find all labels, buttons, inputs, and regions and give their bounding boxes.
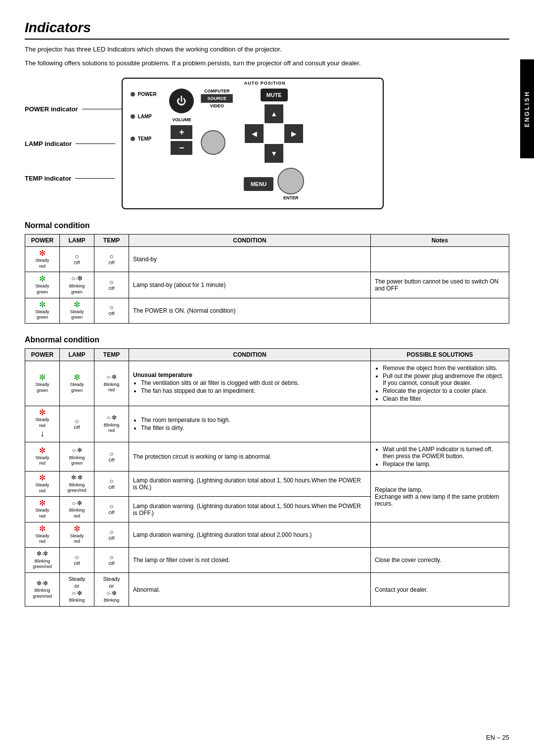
normal-r2-temp: ○ Off <box>94 272 129 298</box>
normal-header-condition: CONDITION <box>129 235 371 247</box>
ab-r3-lamp: ○·✼ Blinkinggreen <box>60 442 94 471</box>
abnormal-header-power: POWER <box>25 349 60 361</box>
projector-diagram: POWER indicator LAMP indicator TEMP indi… <box>25 78 509 209</box>
power-led-label: POWER <box>138 92 157 97</box>
ab-r5-power: ✼ Steadyred <box>25 497 60 522</box>
ab-r8-condition: Abnormal. <box>129 573 371 607</box>
abnormal-row-6: ✼ Steadyred ✼ Steadyred ○ Off Lamp durat… <box>25 522 509 547</box>
up-arrow-button[interactable]: ▲ <box>265 104 283 123</box>
enter-button[interactable] <box>277 168 304 194</box>
projector-panel: AUTO POSITION POWER LAMP TEMP <box>122 78 384 209</box>
abnormal-header-lamp: LAMP <box>60 349 94 361</box>
ab-r3-power: ✼ Steadyred <box>25 442 60 471</box>
intro-line2: The following offers solutions to possib… <box>25 58 509 68</box>
abnormal-header-condition: CONDITION <box>129 349 371 361</box>
temp-led-row: TEMP <box>131 136 157 142</box>
enter-label: ENTER <box>283 195 299 200</box>
ab-r8-solutions: Contact your dealer. <box>371 573 509 607</box>
ab-r2-condition: The room temperature is too high. The fi… <box>129 406 371 442</box>
temp-indicator-label: TEMP indicator <box>25 175 122 182</box>
source-button[interactable]: SOURCE <box>201 94 233 103</box>
left-arrow-button[interactable]: ◀ <box>245 124 264 143</box>
ab-r8-lamp: Steadyor ○·✼ Blinking <box>60 573 94 607</box>
normal-header-lamp: LAMP <box>60 235 94 247</box>
arrow-pad-center <box>265 124 283 143</box>
english-sidebar: ENGLISH <box>520 59 534 158</box>
normal-r1-power: ✼ Steadyred <box>25 247 60 272</box>
down-arrow-button[interactable]: ▼ <box>265 144 283 163</box>
ab-r4-condition: Lamp duration warning. (Lightning durati… <box>129 471 371 496</box>
temp-led-label: TEMP <box>138 136 152 142</box>
normal-r2-power: ✼ Steadygreen <box>25 272 60 298</box>
abnormal-condition-heading: Abnormal condition <box>25 335 509 344</box>
lamp-led-row: LAMP <box>131 114 157 119</box>
plus-button[interactable]: + <box>171 125 192 139</box>
normal-row-1: ✼ Steadyred ○ Off ○ Off Stand-by <box>25 247 509 272</box>
ab-r3-solutions: Wait until the LAMP indicator is turned … <box>371 442 509 471</box>
lamp-led-dot <box>131 114 135 119</box>
power-button[interactable]: ⏻ <box>169 89 194 113</box>
normal-r3-power: ✼ Steadygreen <box>25 298 60 323</box>
ab-r6-solutions <box>371 522 509 547</box>
ab-r7-temp: ○ Off <box>94 548 129 573</box>
lamp-led-label: LAMP <box>138 114 152 119</box>
normal-r3-temp: ○ Off <box>94 298 129 323</box>
normal-r2-notes: The power button cannot be used to switc… <box>371 272 509 298</box>
ab-r3-condition: The protection circuit is working or lam… <box>129 442 371 471</box>
normal-condition-heading: Normal condition <box>25 221 509 230</box>
ab-r1-power: ✼ Steadygreen <box>25 361 60 406</box>
minus-button[interactable]: − <box>171 141 192 155</box>
normal-r1-notes <box>371 247 509 272</box>
normal-header-temp: TEMP <box>94 235 129 247</box>
auto-position-text: AUTO POSITION <box>244 81 286 86</box>
ab-r7-power: ✼·✼ Blinkinggreen/red <box>25 548 60 573</box>
mute-button[interactable]: MUTE <box>261 89 288 101</box>
ab-r2-power: ✼ Steadyred ↓ <box>25 406 60 442</box>
arrow-pad-empty-br <box>284 144 303 163</box>
ab-r4-lamp: ✼·✼ Blinkinggreen/red <box>60 471 94 496</box>
ab-r5-lamp: ○·✼ Blinkingred <box>60 497 94 522</box>
page-number: EN – 25 <box>486 734 509 741</box>
menu-button[interactable]: MENU <box>244 177 273 191</box>
volume-label: VOLUME <box>172 117 191 122</box>
ab-r7-lamp: ○ Off <box>60 548 94 573</box>
normal-r3-lamp: ✼ Steadygreen <box>60 298 94 323</box>
abnormal-row-3: ✼ Steadyred ○·✼ Blinkinggreen ○ Off The … <box>25 442 509 471</box>
indicator-labels: POWER indicator LAMP indicator TEMP indi… <box>25 94 122 193</box>
arrow-pad-empty-tl <box>245 104 264 123</box>
lamp-indicator-label: LAMP indicator <box>25 140 122 147</box>
ab-r4-power: ✼ Steadyred <box>25 471 60 496</box>
ab-r7-solutions: Close the cover correctly. <box>371 548 509 573</box>
abnormal-row-4: ✼ Steadyred ✼·✼ Blinkinggreen/red ○ Off … <box>25 471 509 496</box>
panel-indicators: POWER LAMP TEMP <box>131 89 157 142</box>
ab-r6-lamp: ✼ Steadyred <box>60 522 94 547</box>
ab-r5-temp: ○ Off <box>94 497 129 522</box>
power-pm-col: ⏻ VOLUME + − <box>169 89 194 155</box>
ab-r1-solutions: Remove the object from the ventilation s… <box>371 361 509 406</box>
abnormal-header-solutions: POSSIBLE SOLUTIONS <box>371 349 509 361</box>
ab-r4-temp: ○ Off <box>94 471 129 496</box>
ab-r7-condition: The lamp or filter cover is not closed. <box>129 548 371 573</box>
ab-r3-temp: ○ Off <box>94 442 129 471</box>
normal-row-2: ✼ Steadygreen ○·✼ Blinkinggreen ○ Off La… <box>25 272 509 298</box>
arrow-pad: ▲ ◀ ▶ ▼ <box>245 104 303 163</box>
source-col: COMPUTER SOURCE VIDEO <box>201 89 233 155</box>
normal-header-power: POWER <box>25 235 60 247</box>
english-label: ENGLISH <box>524 91 531 127</box>
ab-r4-solutions: Replace the lamp. Exchange with a new la… <box>371 471 509 522</box>
abnormal-condition-table: POWER LAMP TEMP CONDITION POSSIBLE SOLUT… <box>25 348 509 607</box>
right-arrow-button[interactable]: ▶ <box>284 124 303 143</box>
ab-r1-condition: Unusual temperature The ventilation slit… <box>129 361 371 406</box>
ab-r8-temp: Steadyor ○·✼ Blinking <box>94 573 129 607</box>
power-indicator-label: POWER indicator <box>25 105 122 113</box>
normal-r3-condition: The POWER is ON. (Normal condition) <box>129 298 371 323</box>
ab-r2-solutions <box>371 406 509 442</box>
ab-r2-lamp: ○ Off <box>60 406 94 442</box>
gray-circle-1 <box>201 130 225 155</box>
normal-r3-notes <box>371 298 509 323</box>
arrow-pad-empty-tr <box>284 104 303 123</box>
ab-r6-power: ✼ Steadyred <box>25 522 60 547</box>
normal-condition-table: POWER LAMP TEMP CONDITION Notes ✼ Steady… <box>25 234 509 324</box>
abnormal-row-7: ✼·✼ Blinkinggreen/red ○ Off ○ Off The la… <box>25 548 509 573</box>
normal-r1-condition: Stand-by <box>129 247 371 272</box>
